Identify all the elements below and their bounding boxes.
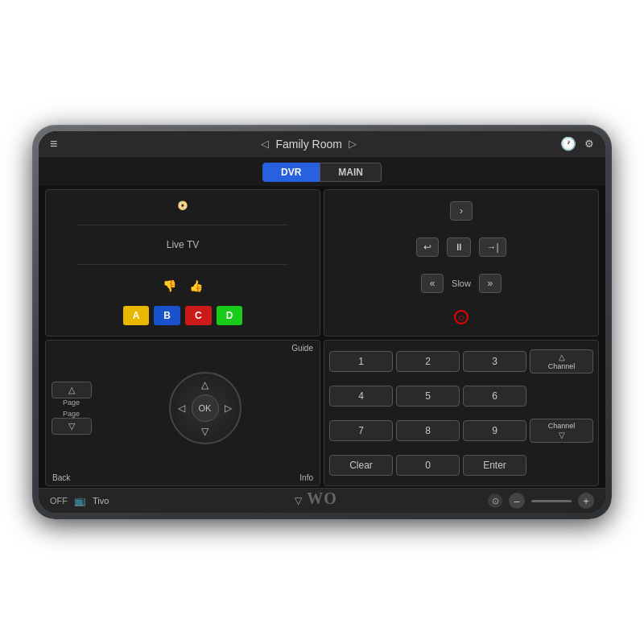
skip-fwd-button[interactable]: →| <box>479 237 506 257</box>
bottom-left: OFF 📺 Tivo <box>50 495 109 506</box>
channel-up-button[interactable]: △ Channel <box>530 349 593 374</box>
header-left: ≡ <box>50 137 57 151</box>
info-button[interactable]: Info <box>299 473 313 482</box>
num-button-0[interactable]: 0 <box>396 455 460 476</box>
volume-up-button[interactable]: + <box>578 493 594 509</box>
num-button-7[interactable]: 7 <box>329 420 393 441</box>
page-down-group: Page ▽ <box>52 410 92 435</box>
num-button-9[interactable]: 9 <box>463 420 526 441</box>
num-button-1[interactable]: 1 <box>329 351 393 372</box>
header-bar: ≡ ◁ Family Room ▷ 🕐 ⚙ <box>39 131 605 157</box>
channel-up-arrow: △ <box>559 353 565 361</box>
color-button-d[interactable]: D <box>217 306 243 325</box>
page-controls: △ Page Page ▽ <box>49 382 93 435</box>
record-button[interactable]: ○ <box>454 310 469 324</box>
pause-button[interactable]: ⏸ <box>447 237 471 257</box>
color-buttons-row: A B C D <box>123 306 243 325</box>
back-button[interactable]: Back <box>52 473 70 482</box>
playback-row-bottom: « Slow » <box>329 274 593 293</box>
rewind-button[interactable]: « <box>421 274 444 293</box>
screen-area: ≡ ◁ Family Room ▷ 🕐 ⚙ DVR MAIN <box>39 131 605 513</box>
dpad-up-button[interactable]: △ <box>196 375 215 394</box>
tab-main[interactable]: MAIN <box>320 163 382 182</box>
thumb-row: 👎 👍 <box>163 279 203 292</box>
color-button-b[interactable]: B <box>154 306 180 325</box>
skip-back-button[interactable]: ↩ <box>416 237 439 257</box>
header-right: 🕐 ⚙ <box>560 136 594 151</box>
header-center: ◁ Family Room ▷ <box>261 138 356 151</box>
dpad-right-button[interactable]: ▷ <box>219 398 238 418</box>
clock-icon[interactable]: 🕐 <box>560 136 576 151</box>
main-grid: 📀 Live TV 👎 👍 A B C D <box>39 186 605 488</box>
tab-dvr[interactable]: DVR <box>262 163 320 182</box>
settings-icon[interactable]: ⚙ <box>584 138 594 150</box>
dpad: △ ▽ ◁ ▷ OK <box>169 372 242 444</box>
thumbs-down-button[interactable]: 👎 <box>163 279 176 292</box>
room-name-label: Family Room <box>275 138 341 151</box>
num-button-6[interactable]: 6 <box>463 386 526 407</box>
page-down-button[interactable]: ▽ <box>52 418 92 435</box>
playback-row-top: › <box>329 201 593 221</box>
tivo-label: Tivo <box>93 496 109 506</box>
page-up-button[interactable]: △ <box>52 382 92 398</box>
page-up-group: △ Page <box>52 382 92 407</box>
panel-dvr-media: 📀 Live TV 👎 👍 A B C D <box>45 189 320 336</box>
brand-logo: WO <box>307 489 337 508</box>
volume-bar <box>531 500 572 502</box>
num-button-2[interactable]: 2 <box>396 351 460 372</box>
power-off-button[interactable]: OFF <box>50 496 68 506</box>
volume-down-button[interactable]: – <box>509 493 525 509</box>
device-screen: ≡ ◁ Family Room ▷ 🕐 ⚙ DVR MAIN <box>39 131 605 513</box>
bottom-right: ⊙ – + <box>488 493 594 509</box>
channel-down-arrow: ▽ <box>559 431 565 440</box>
divider-2 <box>77 264 288 265</box>
page-down-label: Page <box>63 410 80 418</box>
divider-1 <box>77 225 288 225</box>
dpad-container: △ ▽ ◁ ▷ OK <box>93 372 316 444</box>
playback-row-mid: ↩ ⏸ →| <box>329 237 593 257</box>
nav-bottom-row: Back Info <box>49 473 316 482</box>
panel-numpad: 1 2 3 △ Channel 4 5 6 7 8 9 <box>324 340 599 487</box>
dvr-top-icon: 📀 <box>177 200 188 211</box>
live-tv-label: Live TV <box>167 239 199 250</box>
dpad-left-button[interactable]: ◁ <box>172 398 192 418</box>
device-shell: ≡ ◁ Family Room ▷ 🕐 ⚙ DVR MAIN <box>32 125 612 519</box>
color-button-a[interactable]: A <box>123 306 150 325</box>
num-button-4[interactable]: 4 <box>329 386 393 407</box>
playback-row-record: ○ <box>329 310 593 324</box>
volume-left-button[interactable]: ⊙ <box>488 493 502 508</box>
num-button-8[interactable]: 8 <box>396 420 460 441</box>
thumbs-up-button[interactable]: 👍 <box>189 279 203 292</box>
enter-button[interactable]: Enter <box>463 455 526 476</box>
guide-label[interactable]: Guide <box>291 344 313 353</box>
fast-fwd-button[interactable]: » <box>479 274 502 293</box>
num-button-3[interactable]: 3 <box>463 351 526 372</box>
prev-room-button[interactable]: ◁ <box>261 138 269 150</box>
nav-layout: △ Page Page ▽ △ <box>49 344 316 474</box>
channel-down-label: Channel <box>548 422 576 430</box>
next-room-button[interactable]: ▷ <box>349 138 357 150</box>
panel-playback: › ↩ ⏸ →| « Slow » ○ <box>324 189 599 336</box>
tivo-icon: 📺 <box>74 495 86 506</box>
menu-icon[interactable]: ≡ <box>50 137 57 151</box>
panel-navigation: Guide △ Page Page ▽ <box>45 340 320 487</box>
color-button-c[interactable]: C <box>185 306 212 325</box>
slow-label: Slow <box>452 279 471 288</box>
dpad-ok-button[interactable]: OK <box>192 394 219 422</box>
channel-down-button[interactable]: Channel ▽ <box>530 419 593 443</box>
nav-down-icon[interactable]: ▽ <box>295 495 302 506</box>
advance-button[interactable]: › <box>450 201 473 221</box>
clear-button[interactable]: Clear <box>329 455 393 476</box>
num-button-5[interactable]: 5 <box>396 386 460 407</box>
bottom-center: ▽ <box>295 495 302 506</box>
tabs-row: DVR MAIN <box>39 157 605 186</box>
dpad-down-button[interactable]: ▽ <box>196 422 215 441</box>
page-up-label: Page <box>63 398 80 407</box>
channel-up-label: Channel <box>548 362 576 370</box>
